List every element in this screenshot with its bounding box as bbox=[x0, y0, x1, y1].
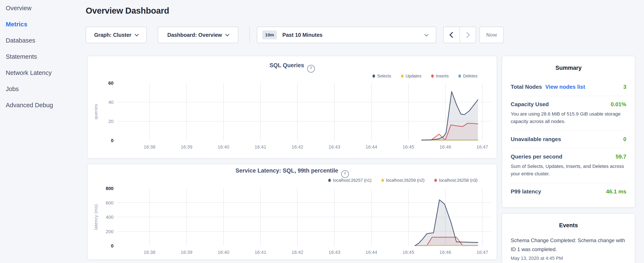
svg-text:16:38: 16:38 bbox=[144, 249, 156, 255]
svg-text:20: 20 bbox=[108, 119, 114, 124]
svg-text:200: 200 bbox=[106, 229, 114, 234]
summary-row-p99-latency: P99 latency46.1 ms bbox=[511, 183, 626, 200]
svg-text:600: 600 bbox=[106, 200, 114, 205]
svg-text:16:42: 16:42 bbox=[292, 144, 303, 150]
svg-text:0: 0 bbox=[111, 243, 114, 248]
summary-row-label: Total Nodes bbox=[511, 84, 542, 90]
svg-text:queries: queries bbox=[93, 104, 98, 119]
svg-text:16:47: 16:47 bbox=[476, 144, 488, 150]
svg-text:400: 400 bbox=[106, 214, 114, 220]
sidebar-item-statements[interactable]: Statements bbox=[6, 49, 84, 65]
svg-text:16:39: 16:39 bbox=[181, 249, 192, 255]
legend-item-localhost-26259-n2: localhost:26259 (n2) bbox=[382, 178, 424, 183]
now-button[interactable]: Now bbox=[480, 27, 504, 43]
event-item: Schema Change Completed: Schema change w… bbox=[511, 236, 626, 261]
sidebar-item-jobs[interactable]: Jobs bbox=[6, 81, 84, 97]
svg-text:60: 60 bbox=[108, 80, 114, 86]
event-timestamp: May 13, 2020 at 4:45 PM bbox=[511, 255, 626, 261]
summary-row-label: Unavailable ranges bbox=[511, 136, 561, 143]
legend-dot-icon bbox=[382, 179, 384, 182]
summary-row-value: 59.7 bbox=[616, 153, 626, 160]
sidebar-item-databases[interactable]: Databases bbox=[6, 32, 84, 49]
time-step-buttons bbox=[443, 27, 476, 43]
legend-dot-icon bbox=[434, 179, 437, 182]
events-list: Schema Change Completed: Schema change w… bbox=[511, 236, 626, 261]
time-range-dropdown[interactable]: 10m Past 10 Minutes bbox=[257, 27, 436, 43]
events-panel: Events Schema Change Completed: Schema c… bbox=[502, 213, 635, 263]
graph-dropdown-label: Graph: Cluster bbox=[94, 32, 132, 38]
legend-item-localhost-26258-n3: localhost:26258 (n3) bbox=[434, 178, 478, 183]
sidebar-item-advanced-debug[interactable]: Advanced Debug bbox=[6, 97, 84, 113]
legend-dot-icon bbox=[401, 75, 404, 78]
summary-row-value: 0.01% bbox=[610, 101, 626, 108]
svg-text:0: 0 bbox=[111, 138, 114, 143]
summary-title: Summary bbox=[511, 65, 626, 71]
dashboard-dropdown[interactable]: Dashboard: Overview bbox=[158, 27, 238, 43]
legend-item-localhost-26257-n1: localhost:26257 (n1) bbox=[328, 178, 372, 183]
sidebar-item-metrics[interactable]: Metrics bbox=[6, 16, 84, 32]
time-range-label: Past 10 Minutes bbox=[282, 32, 322, 38]
summary-row-label: P99 latency bbox=[511, 188, 541, 195]
svg-text:16:43: 16:43 bbox=[328, 249, 340, 255]
svg-text:16:43: 16:43 bbox=[328, 144, 340, 150]
graph-dropdown[interactable]: Graph: Cluster bbox=[86, 27, 147, 43]
legend-dot-icon bbox=[431, 75, 434, 78]
chevron-down-icon bbox=[134, 32, 139, 36]
view-nodes-link[interactable]: View nodes list bbox=[545, 84, 585, 90]
event-text: Schema Change Completed: Schema change w… bbox=[511, 236, 626, 254]
time-range-badge: 10m bbox=[262, 31, 277, 39]
chart-title-text: Service Latency: SQL, 99th percentile bbox=[235, 167, 338, 174]
svg-text:16:41: 16:41 bbox=[254, 144, 266, 150]
svg-text:16:44: 16:44 bbox=[366, 144, 377, 150]
svg-text:800: 800 bbox=[106, 186, 114, 191]
summary-row-label: Capacity Used bbox=[511, 101, 549, 108]
svg-text:16:45: 16:45 bbox=[402, 144, 414, 150]
legend-dot-icon bbox=[328, 179, 331, 182]
summary-panel: Summary Total NodesView nodes list3Capac… bbox=[502, 56, 635, 208]
summary-row-description: You are using 28.6 MiB of 515.9 GiB usab… bbox=[511, 110, 626, 125]
svg-text:16:45: 16:45 bbox=[402, 249, 414, 255]
chevron-left-icon bbox=[450, 32, 456, 38]
sidebar: OverviewMetricsDatabasesStatementsNetwor… bbox=[6, 0, 84, 113]
svg-text:16:47: 16:47 bbox=[476, 249, 488, 255]
summary-row-total-nodes: Total NodesView nodes list3 bbox=[511, 79, 626, 96]
sidebar-item-network-latency[interactable]: Network Latency bbox=[6, 65, 84, 81]
svg-text:16:41: 16:41 bbox=[254, 249, 266, 255]
chart-title: Service Latency: SQL, 99th percentilei bbox=[88, 167, 497, 178]
summary-row-value: 46.1 ms bbox=[606, 188, 626, 195]
sql-queries-card: SQL Queriesi SelectsUpdatesInsertsDelete… bbox=[87, 56, 497, 158]
service-latency-card: Service Latency: SQL, 99th percentilei l… bbox=[87, 164, 497, 260]
svg-text:16:42: 16:42 bbox=[292, 249, 303, 255]
svg-text:16:40: 16:40 bbox=[218, 249, 230, 255]
summary-row-label: Queries per second bbox=[511, 153, 562, 160]
summary-row-value: 3 bbox=[624, 84, 626, 90]
legend-dot-icon bbox=[372, 75, 375, 78]
info-icon[interactable]: i bbox=[307, 65, 315, 73]
service-latency-sql-99th-percentile-chart[interactable]: 16:3816:3916:4016:4116:4216:4316:4416:45… bbox=[88, 183, 498, 257]
chart-title-text: SQL Queries bbox=[270, 62, 304, 69]
summary-rows: Total NodesView nodes list3Capacity Used… bbox=[511, 79, 626, 200]
controls-divider bbox=[250, 27, 250, 43]
info-icon[interactable]: i bbox=[341, 170, 349, 178]
page-title: Overview Dashboard bbox=[86, 6, 169, 16]
events-title: Events bbox=[511, 222, 626, 229]
summary-row-capacity-used: Capacity Used0.01%You are using 28.6 MiB… bbox=[511, 96, 626, 131]
sql-queries-chart[interactable]: 16:3816:3916:4016:4116:4216:4316:4416:45… bbox=[88, 78, 498, 152]
summary-row-queries-per-second: Queries per second59.7Sum of Selects, Up… bbox=[511, 148, 626, 183]
svg-text:16:44: 16:44 bbox=[366, 249, 377, 255]
dashboard-dropdown-label: Dashboard: Overview bbox=[167, 32, 222, 38]
svg-text:16:40: 16:40 bbox=[218, 144, 230, 150]
chart-legend: localhost:26257 (n1)localhost:26259 (n2)… bbox=[328, 178, 478, 183]
chevron-down-icon bbox=[225, 32, 230, 36]
svg-text:16:46: 16:46 bbox=[440, 144, 451, 150]
sidebar-item-overview[interactable]: Overview bbox=[6, 0, 84, 16]
time-forward-button[interactable] bbox=[460, 27, 476, 43]
svg-text:16:46: 16:46 bbox=[440, 249, 451, 255]
svg-text:40: 40 bbox=[108, 100, 114, 105]
summary-row-unavailable-ranges: Unavailable ranges0 bbox=[511, 131, 626, 148]
time-back-button[interactable] bbox=[444, 27, 460, 43]
legend-dot-icon bbox=[458, 75, 461, 78]
svg-text:16:39: 16:39 bbox=[181, 144, 192, 150]
chart-title: SQL Queriesi bbox=[88, 62, 497, 73]
chevron-down-icon bbox=[424, 32, 428, 36]
